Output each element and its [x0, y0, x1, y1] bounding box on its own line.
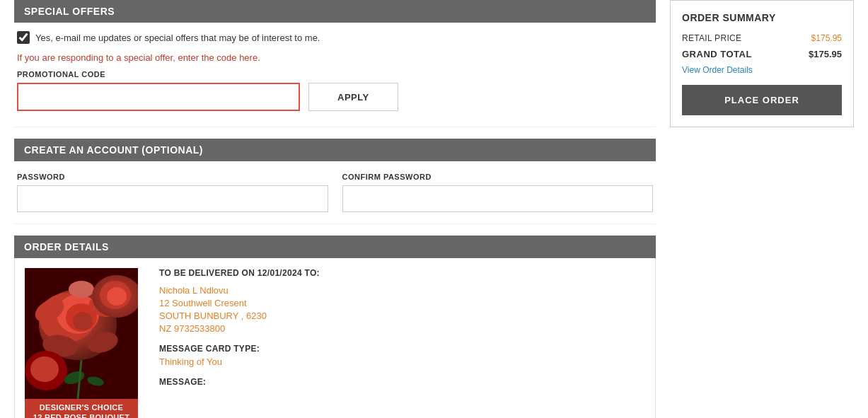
- product-image-container: DESIGNER'S CHOICE 12 RED ROSE BOUQUET: [25, 268, 138, 418]
- view-order-details-link[interactable]: View Order Details: [682, 65, 842, 75]
- message-card-type-label: MESSAGE CARD TYPE:: [159, 344, 638, 354]
- retail-price-value: $175.95: [811, 33, 842, 43]
- recipient-address-line1: 12 Southwell Cresent: [159, 298, 638, 308]
- product-label: DESIGNER'S CHOICE 12 RED ROSE BOUQUET: [25, 399, 138, 418]
- main-content: SPECIAL OFFERS Yes, e-mail me updates or…: [14, 0, 656, 418]
- recipient-phone: NZ 9732533800: [159, 323, 638, 334]
- retail-price-row: RETAIL PRICE $175.95: [682, 33, 842, 43]
- confirm-password-label: CONFIRM PASSWORD: [342, 173, 654, 181]
- grand-total-row: GRAND TOTAL $175.95: [682, 49, 842, 59]
- password-field-group: PASSWORD: [17, 173, 328, 212]
- message-card-type-value: Thinking of You: [159, 356, 638, 367]
- recipient-address-line2: SOUTH BUNBURY , 6230: [159, 310, 638, 321]
- order-summary-title: ORDER SUMMARY: [682, 12, 842, 23]
- sidebar: ORDER SUMMARY RETAIL PRICE $175.95 GRAND…: [670, 0, 854, 127]
- grand-total-value: $175.95: [809, 49, 842, 59]
- svg-point-8: [69, 281, 94, 298]
- create-account-section: CREATE AN ACCOUNT (OPTIONAL) PASSWORD CO…: [14, 139, 656, 224]
- place-order-button[interactable]: PLACE ORDER: [682, 85, 842, 115]
- promo-offer-text: If you are responding to a special offer…: [17, 52, 653, 63]
- email-opt-in-checkbox[interactable]: [17, 31, 30, 44]
- create-account-header: CREATE AN ACCOUNT (OPTIONAL): [14, 139, 656, 161]
- svg-point-13: [107, 287, 127, 306]
- apply-button[interactable]: APPLY: [308, 83, 398, 111]
- message-label: MESSAGE:: [159, 377, 638, 387]
- special-offers-body: Yes, e-mail me updates or special offers…: [14, 23, 656, 127]
- password-input[interactable]: [17, 185, 328, 212]
- product-label-line1: DESIGNER'S CHOICE: [29, 402, 134, 412]
- order-details-header: ORDER DETAILS: [14, 236, 656, 258]
- email-opt-in-row: Yes, e-mail me updates or special offers…: [17, 31, 653, 44]
- retail-price-label: RETAIL PRICE: [682, 33, 741, 43]
- order-details-body: DESIGNER'S CHOICE 12 RED ROSE BOUQUET TO…: [14, 258, 656, 418]
- password-label: PASSWORD: [17, 173, 328, 181]
- order-summary-box: ORDER SUMMARY RETAIL PRICE $175.95 GRAND…: [670, 0, 854, 127]
- email-opt-in-label: Yes, e-mail me updates or special offers…: [35, 33, 320, 43]
- recipient-name: Nichola L Ndlovu: [159, 285, 638, 296]
- confirm-password-input[interactable]: [342, 185, 654, 212]
- special-offers-header: SPECIAL OFFERS: [14, 0, 656, 23]
- order-details-section: ORDER DETAILS: [14, 236, 656, 418]
- promo-code-input[interactable]: [17, 83, 300, 111]
- promo-row: APPLY: [17, 83, 653, 111]
- svg-point-15: [30, 356, 59, 382]
- delivery-header: TO BE DELIVERED ON 12/01/2024 TO:: [159, 268, 638, 278]
- page-wrapper: SPECIAL OFFERS Yes, e-mail me updates or…: [0, 0, 868, 418]
- delivery-info: TO BE DELIVERED ON 12/01/2024 TO: Nichol…: [152, 268, 645, 418]
- promo-code-label: PROMOTIONAL CODE: [17, 70, 653, 79]
- product-image: [25, 268, 138, 399]
- product-label-line2: 12 RED ROSE BOUQUET: [29, 412, 134, 418]
- confirm-password-field-group: CONFIRM PASSWORD: [342, 173, 654, 212]
- password-row: PASSWORD CONFIRM PASSWORD: [17, 173, 653, 212]
- grand-total-label: GRAND TOTAL: [682, 49, 752, 59]
- svg-point-5: [73, 312, 93, 330]
- create-account-body: PASSWORD CONFIRM PASSWORD: [14, 161, 656, 224]
